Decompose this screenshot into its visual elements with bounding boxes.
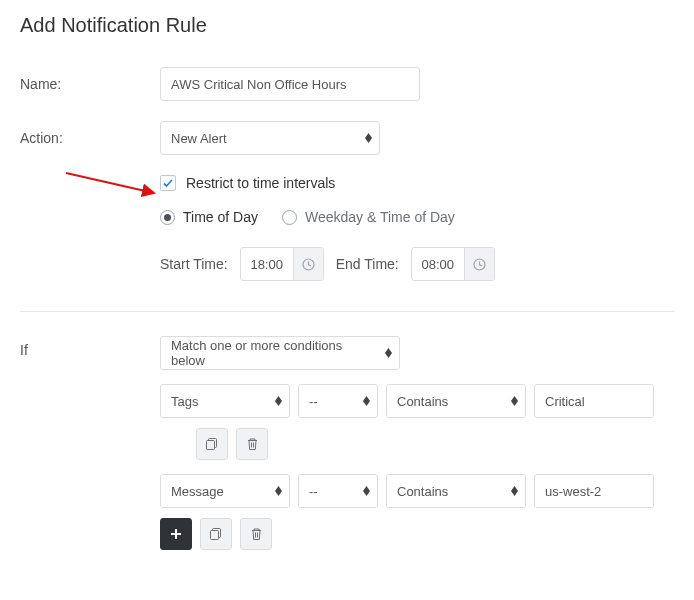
start-time-clock-button[interactable]: [293, 248, 323, 280]
radio-weekday-label: Weekday & Time of Day: [305, 209, 455, 225]
condition-not-select[interactable]: --: [298, 384, 378, 418]
condition-not-select[interactable]: --: [298, 474, 378, 508]
delete-condition-button[interactable]: [240, 518, 272, 550]
radio-icon: [160, 210, 175, 225]
trash-icon: [250, 527, 263, 541]
if-label: If: [20, 336, 160, 358]
restrict-label: Restrict to time intervals: [186, 175, 335, 191]
condition-row: Tags -- Contains: [160, 384, 674, 418]
restrict-row: Restrict to time intervals Time of Day W…: [20, 175, 674, 281]
end-time-field: [411, 247, 495, 281]
condition-value-input[interactable]: [534, 474, 654, 508]
page-title: Add Notification Rule: [20, 14, 674, 37]
action-label: Action:: [20, 130, 160, 146]
plus-icon: [170, 528, 182, 540]
start-time-label: Start Time:: [160, 256, 228, 272]
restrict-checkbox[interactable]: [160, 175, 176, 191]
match-mode-select[interactable]: Match one or more conditions below: [160, 336, 400, 370]
action-select[interactable]: New Alert: [160, 121, 380, 155]
end-time-input[interactable]: [412, 257, 464, 272]
action-row: Action: New Alert: [20, 121, 674, 155]
trash-icon: [246, 437, 259, 451]
if-row: If Match one or more conditions below Ta…: [20, 336, 674, 564]
add-condition-button[interactable]: [160, 518, 192, 550]
arrow-annotation: [64, 171, 160, 199]
radio-time-of-day-label: Time of Day: [183, 209, 258, 225]
condition-operator-select[interactable]: Contains: [386, 474, 526, 508]
condition-operator-select[interactable]: Contains: [386, 384, 526, 418]
clock-icon: [473, 258, 486, 271]
delete-condition-button[interactable]: [236, 428, 268, 460]
condition-field-select[interactable]: Tags: [160, 384, 290, 418]
name-input[interactable]: [160, 67, 420, 101]
copy-condition-button[interactable]: [200, 518, 232, 550]
condition-field-select[interactable]: Message: [160, 474, 290, 508]
radio-time-of-day[interactable]: Time of Day: [160, 209, 258, 225]
clock-icon: [302, 258, 315, 271]
name-row: Name:: [20, 67, 674, 101]
condition-value-input[interactable]: [534, 384, 654, 418]
condition-row: Message -- Contains: [160, 474, 674, 508]
copy-icon: [205, 437, 219, 451]
end-time-label: End Time:: [336, 256, 399, 272]
divider: [20, 311, 674, 312]
svg-line-0: [66, 173, 154, 193]
start-time-field: [240, 247, 324, 281]
radio-icon: [282, 210, 297, 225]
name-label: Name:: [20, 76, 160, 92]
start-time-input[interactable]: [241, 257, 293, 272]
radio-weekday[interactable]: Weekday & Time of Day: [282, 209, 455, 225]
copy-condition-button[interactable]: [196, 428, 228, 460]
end-time-clock-button[interactable]: [464, 248, 494, 280]
check-icon: [163, 179, 173, 188]
svg-rect-4: [207, 441, 215, 450]
svg-rect-6: [211, 531, 219, 540]
copy-icon: [209, 527, 223, 541]
